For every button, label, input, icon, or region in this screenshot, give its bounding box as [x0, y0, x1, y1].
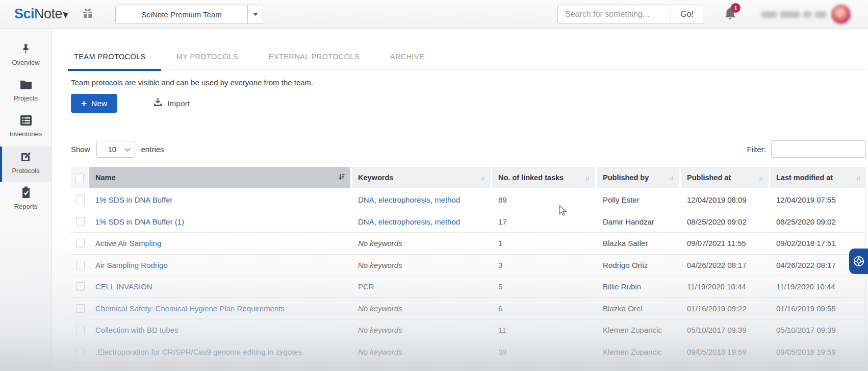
gift-icon[interactable] — [82, 7, 94, 21]
row-checkbox[interactable] — [76, 195, 85, 204]
published-by: Damir Handzar — [597, 217, 681, 226]
clipboard-icon — [20, 186, 32, 199]
column-header-keywords[interactable]: Keywords ↓↑ — [352, 167, 492, 188]
published-by: Billie Rubin — [597, 282, 681, 291]
row-checkbox[interactable] — [76, 239, 85, 248]
sidebar-label: Overview — [0, 59, 52, 66]
protocol-name-link[interactable]: 1% SDS in DNA Buffer — [95, 195, 172, 204]
pin-icon — [20, 43, 32, 56]
linked-tasks-count[interactable]: 89 — [498, 195, 507, 204]
linked-tasks-count[interactable]: 17 — [498, 217, 507, 226]
row-checkbox[interactable] — [76, 217, 85, 226]
row-checkbox[interactable] — [76, 348, 85, 356]
notifications-button[interactable]: 1 — [724, 6, 739, 22]
search-go-button[interactable]: Go! — [671, 5, 703, 24]
show-label: Show — [71, 145, 90, 154]
filter-input[interactable] — [771, 140, 866, 158]
new-protocol-button[interactable]: + New — [71, 94, 117, 113]
protocol-name-link[interactable]: Chemical Safety: Chemical Hygiene Plan R… — [95, 304, 285, 313]
protocol-name-link[interactable]: ,Electroporation for CRISPR/Cas9 genome … — [95, 348, 302, 356]
last-modified-at: 11/19/2020 10:44 — [770, 282, 866, 291]
row-select-cell — [71, 217, 89, 226]
protocol-tabs: TEAM PROTOCOLS MY PROTOCOLS EXTERNAL PRO… — [71, 29, 866, 70]
scinote-logo[interactable]: SciNote — [14, 6, 68, 22]
caret-down-icon[interactable] — [247, 5, 263, 23]
protocol-name-link[interactable]: 1% SDS in DNA Buffer (1) — [95, 217, 184, 226]
tab-archive[interactable]: ARCHIVE — [387, 43, 427, 70]
tab-external-protocols[interactable]: EXTERNAL PROTOCOLS — [266, 43, 363, 70]
top-bar: SciNote SciNote Premium Team Go! 1 — [0, 0, 868, 29]
linked-tasks-count[interactable]: 5 — [498, 282, 502, 291]
row-checkbox[interactable] — [76, 326, 85, 334]
column-header-name[interactable]: Name — [89, 167, 352, 188]
tab-team-protocols[interactable]: TEAM PROTOCOLS — [71, 43, 149, 70]
sidebar-item-overview[interactable]: Overview — [0, 39, 52, 75]
linked-tasks-count[interactable]: 6 — [498, 304, 502, 313]
sort-both-icon[interactable]: ↓↑ — [585, 174, 590, 182]
published-at: 09/05/2018 19:59 — [681, 348, 770, 356]
notification-count-badge[interactable]: 1 — [731, 3, 741, 13]
protocol-name-link[interactable]: Air Sampling Rodrigo — [95, 261, 168, 269]
protocol-keywords: No keywords — [358, 239, 402, 248]
column-header-linked-tasks[interactable]: No. of linked tasks ↓↑ — [492, 167, 597, 188]
row-checkbox[interactable] — [76, 282, 85, 291]
edit-icon — [20, 151, 32, 163]
published-at: 05/10/2017 09:39 — [681, 326, 770, 334]
last-modified-at: 08/25/2020 09:02 — [770, 217, 866, 226]
row-checkbox[interactable] — [76, 304, 85, 313]
logo-text-note: Note — [34, 6, 62, 22]
linked-tasks-count[interactable]: 3 — [498, 261, 502, 269]
sort-both-icon[interactable]: ↓↑ — [758, 174, 763, 182]
select-all-checkbox[interactable] — [75, 174, 84, 182]
help-button[interactable] — [849, 249, 868, 274]
sidebar-label: Inventories — [0, 130, 52, 138]
sort-both-icon[interactable]: ↓↑ — [480, 174, 486, 182]
protocol-name-link[interactable]: Active Air Sampling — [95, 239, 161, 248]
redacted-username — [761, 11, 826, 18]
column-header-published-by[interactable]: Published by ↓↑ — [597, 167, 681, 188]
plus-icon: + — [81, 98, 87, 108]
sidebar-item-inventories[interactable]: Inventories — [0, 111, 52, 146]
sidebar-item-projects[interactable]: Projects — [0, 75, 52, 111]
linked-tasks-count[interactable]: 1 — [498, 239, 502, 248]
sidebar-item-protocols[interactable]: Protocols — [0, 146, 52, 182]
protocol-keywords: No keywords — [358, 261, 402, 269]
protocol-keywords[interactable]: DNA, electrophoresis, method — [358, 217, 460, 226]
global-search: Go! — [557, 5, 703, 24]
table-row: ,Electroporation for CRISPR/Cas9 genome … — [71, 341, 865, 363]
logo-tick-icon — [63, 7, 68, 22]
import-button[interactable]: Import — [153, 97, 190, 109]
protocol-keywords[interactable]: DNA, electrophoresis, method — [358, 195, 460, 204]
table-row: 1% SDS in DNA Buffer DNA, electrophoresi… — [71, 189, 865, 211]
sort-both-icon[interactable]: ↓↑ — [856, 174, 861, 182]
sort-both-icon[interactable]: ↓↑ — [669, 174, 674, 182]
sidebar-item-reports[interactable]: Reports — [0, 182, 52, 218]
page-size-select[interactable]: 10 — [96, 141, 135, 158]
linked-tasks-count[interactable]: 11 — [498, 326, 506, 334]
user-avatar[interactable] — [831, 5, 851, 24]
table-row: Collection with BD tubes No keywords 11 … — [71, 319, 865, 341]
team-selector-label: SciNote Premium Team — [116, 5, 247, 23]
column-header-published-at[interactable]: Published at ↓↑ — [681, 167, 770, 188]
protocol-name-link[interactable]: Collection with BD tubes — [95, 326, 178, 334]
entries-label: entries — [141, 145, 164, 154]
table-body: 1% SDS in DNA Buffer DNA, electrophoresi… — [71, 189, 865, 363]
sidebar-label: Protocols — [0, 167, 52, 175]
published-at: 01/16/2019 09:22 — [681, 304, 770, 313]
published-by: Klemen Zupancic — [597, 326, 681, 334]
published-by: Blazka Orel — [597, 304, 681, 313]
published-by: Polly Ester — [597, 195, 681, 204]
row-checkbox[interactable] — [76, 261, 85, 269]
protocol-name-link[interactable]: CELL INVASION — [95, 282, 152, 291]
sidebar: Overview Projects Inventories Protocols … — [0, 29, 52, 371]
published-at: 11/19/2020 10:44 — [681, 282, 770, 291]
tab-my-protocols[interactable]: MY PROTOCOLS — [173, 43, 241, 70]
published-at: 12/04/2019 08:09 — [681, 195, 770, 204]
linked-tasks-count[interactable]: 39 — [498, 348, 507, 356]
sort-desc-icon[interactable] — [338, 173, 345, 182]
protocol-keywords[interactable]: PCR — [358, 282, 374, 291]
team-selector[interactable]: SciNote Premium Team — [115, 5, 263, 24]
search-input[interactable] — [557, 5, 671, 24]
column-header-last-modified-at[interactable]: Last modified at ↓↑ — [770, 167, 866, 188]
sidebar-label: Projects — [0, 94, 52, 102]
